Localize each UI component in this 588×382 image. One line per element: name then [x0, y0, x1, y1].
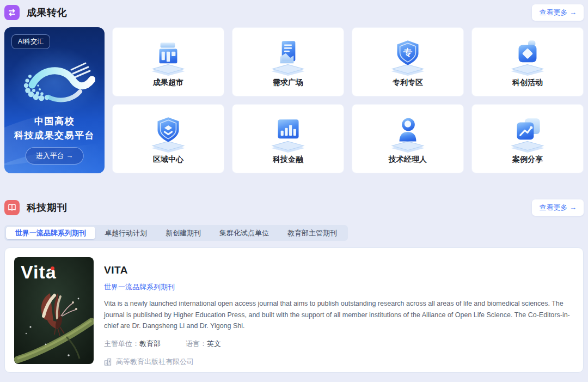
cover-title-red-dot [51, 266, 54, 270]
journal-info: VITA 世界一流品牌系列期刊 Vita is a newly launched… [104, 257, 574, 363]
building-icon [104, 358, 112, 366]
supervisor-field: 主管单位：教育部 [104, 339, 161, 349]
service-label: 案例分享 [512, 155, 543, 165]
ai-exchange-badge: AI科交汇 [11, 34, 50, 49]
service-card-demand-plaza[interactable]: 需求广场 [232, 27, 344, 96]
journal-name: VITA [104, 264, 574, 276]
service-card-achievement-market[interactable]: 成果超市 [112, 27, 224, 96]
storefront-icon [148, 37, 188, 77]
region-shield-icon [148, 113, 188, 154]
section-transform: 成果转化 查看更多 → AI科交汇 [4, 0, 584, 173]
service-label: 成果超市 [153, 78, 183, 88]
service-label: 专利专区 [393, 78, 423, 88]
view-more-transform-button[interactable]: 查看更多 → [532, 4, 584, 21]
service-label: 科创活动 [512, 78, 543, 88]
patent-shield-icon: 专 [388, 37, 428, 77]
tab-excellence-action-plan[interactable]: 卓越行动计划 [95, 227, 156, 239]
journal-cover-image[interactable]: Vita [14, 257, 94, 364]
services-grid: 成果超市 需求广场 [112, 27, 584, 173]
section-transform-body: AI科交汇 [4, 27, 584, 173]
service-card-case-sharing[interactable]: 案例分享 [471, 104, 584, 173]
transfer-arrows-icon [4, 5, 20, 20]
promo-platform-card[interactable]: AI科交汇 [4, 27, 105, 173]
language-value: 英文 [207, 339, 221, 348]
supervisor-value: 教育部 [139, 339, 161, 348]
tab-world-class-brand[interactable]: 世界一流品牌系列期刊 [6, 227, 95, 239]
finance-chart-icon [268, 113, 308, 154]
service-label: 区域中心 [153, 155, 183, 165]
language-field: 语言：英文 [186, 339, 221, 349]
cover-title-text: Vita [21, 262, 57, 283]
activity-cube-icon [507, 37, 548, 77]
language-label: 语言： [186, 339, 207, 348]
journal-description: Vita is a newly launched international o… [104, 298, 574, 332]
service-label: 技术经理人 [389, 155, 427, 165]
journal-category-link[interactable]: 世界一流品牌系列期刊 [104, 282, 574, 292]
manager-person-icon [388, 113, 428, 154]
tab-moe-supervised[interactable]: 教育部主管期刊 [278, 227, 346, 239]
svg-text:专: 专 [403, 47, 413, 57]
page: 成果转化 查看更多 → AI科交汇 [0, 0, 588, 382]
journal-meta: 主管单位：教育部 语言：英文 [104, 339, 574, 349]
section-journal-header: 科技期刊 查看更多 → [4, 195, 584, 217]
service-card-patent-zone[interactable]: 专 专利专区 [352, 27, 464, 96]
service-card-regional-center[interactable]: 区域中心 [112, 104, 224, 173]
promo-title: 中国高校 科技成果交易平台 [4, 114, 105, 143]
platform-logo-icon [14, 51, 95, 112]
journal-tabs: 世界一流品牌系列期刊 卓越行动计划 新创建期刊 集群化试点单位 教育部主管期刊 [4, 225, 348, 241]
promo-title-line2: 科技成果交易平台 [4, 129, 105, 143]
supervisor-label: 主管单位： [104, 339, 139, 348]
journal-card-vita[interactable]: Vita VITA 世界一流品牌系列期刊 Vita is a newly lau… [4, 247, 584, 373]
service-label: 科技金融 [273, 155, 303, 165]
publisher-name: 高等教育出版社有限公司 [116, 357, 194, 367]
demand-document-icon [268, 37, 308, 77]
journal-publisher: 高等教育出版社有限公司 [104, 357, 574, 367]
section-journal-title: 科技期刊 [27, 201, 67, 214]
promo-title-line1: 中国高校 [4, 114, 105, 129]
case-share-icon [507, 113, 548, 154]
open-book-icon [4, 200, 20, 215]
service-card-tech-finance[interactable]: 科技金融 [232, 104, 344, 173]
tab-newly-created[interactable]: 新创建期刊 [156, 227, 210, 239]
enter-platform-button[interactable]: 进入平台 → [26, 147, 84, 165]
section-transform-title: 成果转化 [27, 6, 67, 19]
service-card-tech-manager[interactable]: 技术经理人 [352, 104, 464, 173]
section-journal: 科技期刊 查看更多 → 世界一流品牌系列期刊 卓越行动计划 新创建期刊 集群化试… [4, 195, 584, 373]
section-transform-header: 成果转化 查看更多 → [4, 0, 584, 22]
service-card-innovation-events[interactable]: 科创活动 [471, 27, 584, 96]
view-more-journal-button[interactable]: 查看更多 → [532, 199, 584, 216]
service-label: 需求广场 [273, 78, 303, 88]
tab-cluster-pilot-units[interactable]: 集群化试点单位 [210, 227, 278, 239]
